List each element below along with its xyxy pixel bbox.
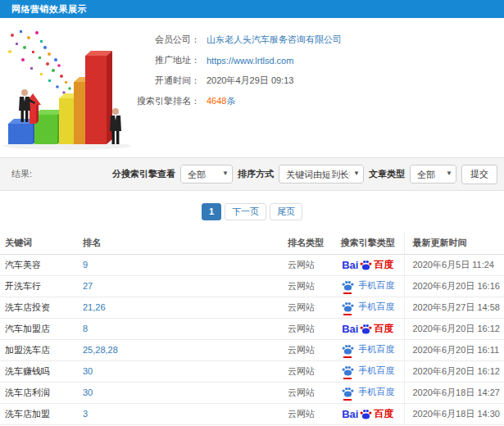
rank-cell[interactable]: 30 <box>78 360 283 382</box>
paw-underline <box>343 378 352 379</box>
filter-controls: 分搜索引擎查看 全部 ▼ 排序方式 关键词由短到长排序 ▼ 文章类型 全部 ▼ … <box>112 165 497 184</box>
mobile-baidu-logo: 手机百度 <box>341 365 394 378</box>
keyword-cell: 洗车店加盟 <box>0 403 78 424</box>
paw-underline <box>343 292 352 294</box>
bar-chart-illustration <box>0 23 148 154</box>
sort-select-wrap: 关键词由短到长排序 ▼ <box>279 165 364 184</box>
bar-red <box>85 51 112 144</box>
pagination: 1 下一页 尾页 <box>0 203 504 220</box>
member-info-list: 会员公司： 山东老人头汽车服务咨询有限公司 推广地址： https://www.… <box>131 18 504 111</box>
updated-cell: 2020年6月5日 11:24 <box>404 254 504 275</box>
submit-button[interactable]: 提交 <box>461 165 497 184</box>
table-row: 洗车店投资 21,26 云网站 手机百度 2020年5月27日 14:58 <box>0 297 504 318</box>
article-type-select[interactable]: 全部 <box>410 165 456 184</box>
header-rank-type: 排名类型 <box>283 232 332 254</box>
article-type-select-wrap: 全部 ▼ <box>410 165 456 184</box>
baidu-logo: Bai百度 <box>342 258 393 272</box>
mobile-baidu-logo: 手机百度 <box>341 386 394 399</box>
baidu-logo: Bai百度 <box>342 407 393 421</box>
engine-cell: Bai百度 <box>332 254 404 275</box>
info-row-company: 会员公司： 山东老人头汽车服务咨询有限公司 <box>131 29 504 50</box>
page-button-1[interactable]: 1 <box>202 203 221 220</box>
sort-label: 排序方式 <box>238 168 274 180</box>
rank-type-cell: 云网站 <box>283 403 332 424</box>
keyword-rank-table: 关键词 排名 排名类型 搜索引擎类型 最新更新时间 汽车美容 9 云网站 Bai… <box>0 232 504 425</box>
updated-cell: 2020年6月18日 14:30 <box>404 403 504 424</box>
engine-cell: 手机百度 <box>332 297 404 318</box>
rank-cell[interactable]: 30 <box>78 382 283 403</box>
engine-cell: 手机百度 <box>332 275 404 297</box>
keyword-cell: 开洗车行 <box>0 275 78 297</box>
table-row: 洗车店加盟 3 云网站 Bai百度 2020年6月18日 14:30 <box>0 403 504 424</box>
mobile-baidu-logo: 手机百度 <box>341 343 394 356</box>
rank-cell[interactable]: 27 <box>78 275 283 297</box>
promo-url-link[interactable]: https://www.lrtlsd.com <box>207 56 293 66</box>
keyword-cell: 洗车赚钱吗 <box>0 360 78 382</box>
rank-type-cell: 云网站 <box>283 275 332 297</box>
rank-type-cell: 云网站 <box>283 360 332 382</box>
engine-cell: Bai百度 <box>332 403 404 424</box>
rank-count-unit: 条 <box>226 96 235 106</box>
engine-view-label: 分搜索引擎查看 <box>112 168 175 180</box>
updated-cell: 2020年6月20日 16:16 <box>404 275 504 297</box>
keyword-cell: 洗车店投资 <box>0 297 78 318</box>
updated-cell: 2020年6月20日 16:12 <box>404 318 504 339</box>
mobile-baidu-paw-icon <box>341 301 355 313</box>
mobile-baidu-logo: 手机百度 <box>341 301 394 314</box>
confetti-dots <box>8 30 74 98</box>
engine-cell: 手机百度 <box>332 382 404 403</box>
keyword-cell: 加盟洗车店 <box>0 339 78 360</box>
rank-cell[interactable]: 21,26 <box>78 297 283 318</box>
rank-type-cell: 云网站 <box>283 339 332 360</box>
rank-cell[interactable]: 3 <box>78 403 283 424</box>
table-row: 开洗车行 27 云网站 手机百度 2020年6月20日 16:16 <box>0 275 504 297</box>
rank-type-cell: 云网站 <box>283 382 332 403</box>
baidu-paw-icon <box>359 259 373 271</box>
table-row: 加盟洗车店 25,28,28 云网站 手机百度 2020年6月20日 16:11 <box>0 339 504 360</box>
rank-type-cell: 云网站 <box>283 297 332 318</box>
updated-cell: 2020年6月20日 16:12 <box>404 360 504 382</box>
baidu-paw-icon <box>359 408 373 420</box>
rank-count-value: 4648条 <box>207 95 235 107</box>
info-row-open-time: 开通时间： 2020年4月29日 09:13 <box>131 70 504 91</box>
sort-select[interactable]: 关键词由短到长排序 <box>279 165 364 184</box>
engine-cell: 手机百度 <box>332 360 404 382</box>
mobile-baidu-paw-icon <box>341 386 355 398</box>
filter-bar: 结果: 分搜索引擎查看 全部 ▼ 排序方式 关键词由短到长排序 ▼ 文章类型 全… <box>0 157 504 191</box>
baidu-logo: Bai百度 <box>342 322 393 336</box>
company-link[interactable]: 山东老人头汽车服务咨询有限公司 <box>207 34 342 46</box>
table-header-row: 关键词 排名 排名类型 搜索引擎类型 最新更新时间 <box>0 232 504 254</box>
engine-view-select[interactable]: 全部 <box>180 165 233 184</box>
bar-green <box>34 110 63 144</box>
header-updated: 最新更新时间 <box>404 232 504 254</box>
open-time-value: 2020年4月29日 09:13 <box>207 75 293 87</box>
rank-cell[interactable]: 8 <box>78 318 283 339</box>
table-row: 洗车店利润 30 云网站 手机百度 2020年6月18日 14:27 <box>0 382 504 403</box>
table-row: 汽车美容 9 云网站 Bai百度 2020年6月5日 11:24 <box>0 254 504 275</box>
updated-cell: 2020年6月20日 16:11 <box>404 339 504 360</box>
rank-count-number: 4648 <box>207 96 226 106</box>
rank-cell[interactable]: 25,28,28 <box>78 339 283 360</box>
mobile-baidu-logo: 手机百度 <box>341 279 394 292</box>
table-row: 汽车加盟店 8 云网站 Bai百度 2020年6月20日 16:12 <box>0 318 504 339</box>
info-row-rank-count: 搜索引擎排名： 4648条 <box>131 91 504 111</box>
paw-underline <box>343 356 352 358</box>
last-page-button[interactable]: 尾页 <box>270 203 302 220</box>
rank-type-cell: 云网站 <box>283 254 332 275</box>
header-keyword: 关键词 <box>0 232 78 254</box>
header-engine-type: 搜索引擎类型 <box>332 232 404 254</box>
mobile-baidu-paw-icon <box>341 343 355 356</box>
baidu-paw-icon <box>359 323 373 335</box>
next-page-button[interactable]: 下一页 <box>225 203 266 220</box>
rank-cell[interactable]: 9 <box>78 254 283 275</box>
updated-cell: 2020年6月18日 14:27 <box>404 382 504 403</box>
header-rank: 排名 <box>78 232 283 254</box>
engine-cell: 手机百度 <box>332 339 404 360</box>
keyword-cell: 汽车美容 <box>0 254 78 275</box>
page-title-bar: 网络营销效果展示 <box>0 0 504 18</box>
growth-chart-image <box>0 23 148 154</box>
info-row-url: 推广地址： https://www.lrtlsd.com <box>131 50 504 70</box>
mobile-baidu-paw-icon <box>341 279 355 292</box>
engine-cell: Bai百度 <box>332 318 404 339</box>
table-row: 洗车赚钱吗 30 云网站 手机百度 2020年6月20日 16:12 <box>0 360 504 382</box>
